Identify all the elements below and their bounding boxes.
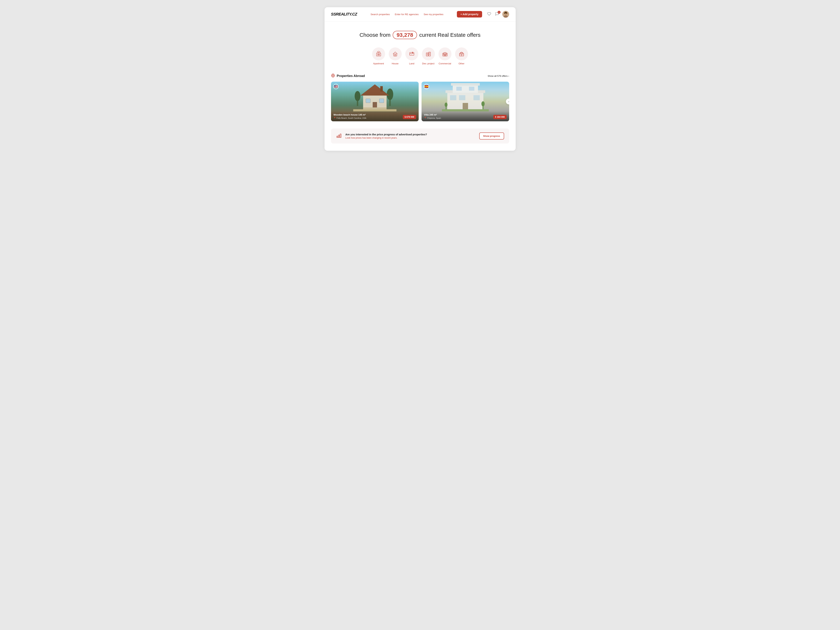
svg-rect-44 bbox=[366, 99, 370, 103]
properties-abroad-section: Properties Abroad Show all 579 offers › bbox=[325, 74, 516, 128]
svg-rect-31 bbox=[444, 55, 445, 56]
svg-rect-45 bbox=[379, 99, 384, 103]
property-1-info: Wooden beach house 145 m² 📍 Folly Beach,… bbox=[331, 111, 418, 121]
commercial-label: Commercial bbox=[439, 62, 451, 65]
promo-banner: Are you interested in the price progress… bbox=[331, 128, 509, 144]
property-2-location: 📍 Chipiona, Spain bbox=[424, 117, 441, 119]
add-property-button[interactable]: + Add property bbox=[457, 11, 482, 17]
svg-point-63 bbox=[482, 101, 485, 106]
property-2-price: € 164 000 bbox=[493, 115, 507, 119]
property-2-info: Villa 245 m² 📍 Chipiona, Spain € 164 000 bbox=[422, 111, 509, 121]
svg-point-38 bbox=[355, 91, 360, 101]
chart-icon bbox=[336, 133, 342, 139]
apartment-label: Apartment bbox=[373, 62, 384, 65]
commercial-icon-container bbox=[439, 47, 452, 60]
property-card-2[interactable]: 🇪🇸 Villa 245 m² 📍 Chipiona, Spain € 164 … bbox=[422, 82, 509, 121]
svg-rect-56 bbox=[463, 103, 468, 110]
category-commercial[interactable]: Commercial bbox=[439, 47, 452, 65]
svg-point-40 bbox=[387, 88, 393, 100]
svg-rect-26 bbox=[444, 52, 446, 56]
apartment-icon bbox=[376, 51, 382, 57]
dev-project-icon bbox=[425, 51, 431, 57]
nav-my-properties[interactable]: See my properties bbox=[424, 13, 444, 16]
svg-marker-42 bbox=[360, 84, 389, 96]
land-label: Land bbox=[409, 62, 414, 65]
property-count: 93,278 bbox=[393, 31, 417, 39]
svg-rect-65 bbox=[338, 135, 339, 137]
favorites-button[interactable] bbox=[486, 11, 492, 17]
properties-grid: 🇺🇸 Wooden beach house 145 m² 📍 Folly Bea… bbox=[331, 82, 509, 121]
show-progress-button[interactable]: Show progress bbox=[479, 133, 504, 139]
svg-rect-53 bbox=[450, 95, 456, 100]
other-label: Other bbox=[458, 62, 464, 65]
avatar-image bbox=[502, 11, 509, 18]
category-house[interactable]: House bbox=[389, 47, 402, 65]
house-illustration-2 bbox=[442, 82, 489, 111]
category-dev-project[interactable]: Dev. project bbox=[422, 47, 435, 65]
svg-rect-11 bbox=[393, 54, 397, 56]
other-icon bbox=[459, 51, 464, 57]
property-2-title: Villa 245 m² bbox=[424, 114, 441, 117]
header-actions: 3 bbox=[486, 11, 509, 18]
svg-rect-55 bbox=[474, 95, 480, 100]
dev-project-label: Dev. project bbox=[422, 62, 434, 65]
svg-rect-57 bbox=[456, 87, 462, 91]
hero-title: Choose from 93,278 current Real Estate o… bbox=[331, 31, 509, 39]
dev-project-icon-container bbox=[422, 47, 435, 60]
land-icon-container bbox=[405, 47, 418, 60]
logo[interactable]: SSREALITY.CZ bbox=[331, 12, 357, 17]
property-1-price: $ 679 000 bbox=[403, 115, 416, 119]
svg-rect-58 bbox=[469, 87, 474, 91]
category-other[interactable]: Other bbox=[455, 47, 468, 65]
promo-title: Are you interested in the price progress… bbox=[346, 133, 475, 136]
messages-button[interactable]: 3 bbox=[494, 11, 500, 17]
svg-rect-12 bbox=[395, 55, 396, 56]
category-apartment[interactable]: Apartment bbox=[372, 47, 385, 65]
message-badge: 3 bbox=[497, 11, 501, 14]
svg-rect-64 bbox=[337, 136, 338, 137]
property-card-1[interactable]: 🇺🇸 Wooden beach house 145 m² 📍 Folly Bea… bbox=[331, 82, 418, 121]
promo-subtitle: Look how prices has been changing in rec… bbox=[346, 137, 475, 139]
nav-search-properties[interactable]: Search properties bbox=[371, 13, 390, 16]
property-1-title: Wooden beach house 145 m² bbox=[333, 114, 366, 117]
svg-rect-13 bbox=[410, 52, 414, 55]
svg-rect-48 bbox=[363, 107, 387, 110]
property-2-flag: 🇪🇸 bbox=[424, 84, 429, 89]
svg-rect-15 bbox=[426, 53, 428, 56]
house-icon-container bbox=[389, 47, 402, 60]
globe-icon bbox=[331, 74, 335, 78]
show-all-link[interactable]: Show all 579 offers › bbox=[488, 75, 509, 77]
svg-point-5 bbox=[504, 13, 505, 14]
section-title: Properties Abroad bbox=[331, 74, 365, 78]
chevron-right-icon: › bbox=[508, 75, 509, 77]
property-1-location: 📍 Folly Beach, South Carolina, USA bbox=[333, 117, 366, 119]
svg-rect-9 bbox=[379, 54, 380, 55]
commercial-icon bbox=[442, 51, 448, 57]
category-land[interactable]: Land bbox=[405, 47, 418, 65]
header: SSREALITY.CZ Search properties Enter for… bbox=[325, 7, 516, 21]
main-card: SSREALITY.CZ Search properties Enter for… bbox=[325, 7, 516, 151]
navigation: Search properties Enter for RE agencies … bbox=[361, 13, 453, 16]
user-avatar[interactable] bbox=[502, 11, 509, 18]
property-1-flag: 🇺🇸 bbox=[333, 84, 339, 89]
house-icon bbox=[392, 51, 398, 57]
land-icon bbox=[409, 51, 415, 57]
svg-point-14 bbox=[412, 52, 413, 53]
section-header: Properties Abroad Show all 579 offers › bbox=[331, 74, 509, 78]
svg-point-6 bbox=[506, 13, 507, 14]
other-icon-container bbox=[455, 47, 468, 60]
house-illustration-1 bbox=[353, 82, 396, 111]
svg-rect-7 bbox=[376, 53, 381, 56]
nav-enter-agencies[interactable]: Enter for RE agencies bbox=[395, 13, 418, 16]
hero-section: Choose from 93,278 current Real Estate o… bbox=[325, 21, 516, 46]
svg-rect-54 bbox=[459, 95, 465, 100]
apartment-icon-container bbox=[372, 47, 385, 60]
next-property-button[interactable]: › bbox=[506, 99, 509, 104]
svg-rect-8 bbox=[377, 54, 379, 55]
svg-rect-43 bbox=[380, 86, 383, 92]
svg-rect-66 bbox=[340, 134, 341, 137]
heart-icon bbox=[487, 12, 491, 16]
house-label: House bbox=[392, 62, 399, 65]
svg-point-10 bbox=[378, 52, 379, 53]
categories-section: Apartment House bbox=[325, 46, 516, 74]
